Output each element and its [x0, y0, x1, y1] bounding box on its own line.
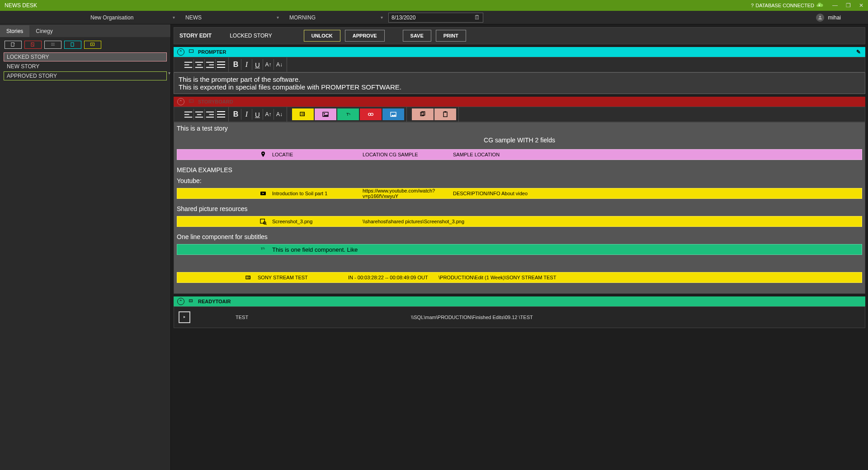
italic-button[interactable]: I — [241, 109, 252, 120]
collapse-icon[interactable]: ⌃ — [177, 298, 184, 305]
unlock-button[interactable]: UNLOCK — [304, 30, 340, 42]
story-item-approved[interactable]: APPROVED STORY — [4, 71, 167, 80]
tab-stories[interactable]: Stories — [0, 25, 29, 37]
program-dropdown[interactable]: MORNING▾ — [283, 11, 387, 24]
db-status-label: DATABASE CONNECTED — [755, 3, 814, 8]
insert-image-icon[interactable] — [315, 108, 336, 120]
pic-col1: Screenshot_3.png — [272, 219, 363, 224]
window-controls: — ❐ ✕ — [832, 2, 863, 9]
prompter-text-area[interactable]: This is the prompter part of the softwar… — [174, 72, 865, 94]
help-icon[interactable]: ? — [751, 3, 754, 8]
prompter-format-bar: B I U A↑ A↓ — [174, 57, 865, 72]
align-justify-icon[interactable] — [216, 59, 226, 70]
svg-point-49 — [263, 153, 264, 154]
picture-row[interactable]: Screenshot_3.png \\sharehost\shared pict… — [177, 216, 862, 227]
align-justify-icon[interactable] — [216, 109, 226, 120]
font-size-up-button[interactable]: A↑ — [263, 109, 274, 120]
collapse-icon[interactable]: ⌃ — [177, 48, 184, 56]
collapse-icon[interactable]: ⌃ — [177, 98, 184, 105]
youtube-row[interactable]: Introduction to Soil part 1 https://www.… — [177, 188, 862, 199]
cg-location-row[interactable]: LOCATIE LOCATION CG SAMPLE SAMPLE LOCATI… — [177, 149, 862, 160]
cg-col2: LOCATION CG SAMPLE — [363, 152, 453, 157]
media-examples-header: MEDIA EXAMPLES — [177, 162, 862, 175]
editor-story-name: LOCKED STORY — [230, 33, 272, 39]
prompter-story-icon[interactable] — [64, 41, 81, 49]
news-dropdown[interactable]: NEWS▾ — [179, 11, 283, 24]
bold-button[interactable]: B — [231, 59, 241, 70]
save-button[interactable]: SAVE — [403, 30, 431, 42]
storyboard-intro: This is a test story — [177, 124, 862, 133]
location-pin-icon — [177, 151, 272, 158]
storyboard-section-header[interactable]: ⌃ STORYBOARD — [174, 97, 865, 107]
align-right-icon[interactable] — [205, 109, 216, 120]
underline-button[interactable]: U — [252, 109, 263, 120]
yt-col1: Introduction to Soil part 1 — [272, 191, 363, 196]
insert-media-icon[interactable] — [382, 108, 404, 120]
calendar-icon[interactable]: 🗓 — [474, 14, 480, 21]
insert-text-icon[interactable]: T — [337, 108, 359, 120]
font-size-down-button[interactable]: A↓ — [274, 109, 285, 120]
delete-story-icon[interactable] — [24, 41, 42, 49]
sony-col3: \PRODUCTION\Edit (1 Week)\SONY STREAM TE… — [439, 275, 862, 280]
yt-col3: DESCRIPTION/INFO About video — [453, 191, 862, 196]
storyboard-content[interactable]: This is a test story CG sample WITH 2 fi… — [174, 122, 865, 294]
svg-line-53 — [265, 224, 266, 225]
prompter-label: PROMPTER — [198, 49, 226, 55]
underline-button[interactable]: U — [252, 59, 263, 70]
subtitle-label: One line component for subtitles — [177, 229, 862, 242]
org-dropdown[interactable]: New Organisation▾ — [0, 11, 179, 24]
svg-point-0 — [819, 16, 821, 18]
align-left-icon[interactable] — [183, 59, 194, 70]
align-center-icon[interactable] — [194, 109, 205, 120]
minimize-icon[interactable]: — — [832, 2, 838, 9]
app-title: NEWS DESK — [5, 2, 37, 9]
user-info[interactable]: mihai — [816, 13, 841, 23]
align-right-icon[interactable] — [205, 59, 216, 70]
prompter-section-header[interactable]: ⌃ PROMPTER ✎ — [174, 47, 865, 57]
insert-video-icon[interactable] — [292, 108, 314, 120]
shared-pic-label: Shared picture resources — [177, 201, 862, 214]
svg-point-42 — [368, 113, 371, 115]
story-item-locked[interactable]: LOCKED STORY — [4, 52, 167, 61]
readytoair-content[interactable]: TEST \\SQL\mam\PRODUCTION\Finished Edits… — [174, 306, 865, 328]
svg-point-40 — [324, 113, 325, 114]
svg-text:T: T — [346, 112, 349, 117]
align-left-icon[interactable] — [183, 109, 194, 120]
play-story-icon[interactable] — [84, 41, 101, 49]
chevron-down-icon[interactable]: ▾ — [168, 70, 170, 75]
story-list: LOCKED STORY NEW STORY APPROVED STORY — [0, 52, 170, 80]
print-button[interactable]: PRINT — [436, 30, 466, 42]
bold-button[interactable]: B — [231, 109, 241, 120]
font-size-down-button[interactable]: A↓ — [274, 59, 285, 70]
story-item-new[interactable]: NEW STORY — [4, 62, 167, 71]
tab-cinegy[interactable]: Cinegy — [29, 25, 59, 37]
avatar-icon — [816, 14, 824, 22]
paste-icon[interactable] — [434, 108, 456, 120]
close-icon[interactable]: ✕ — [859, 2, 863, 9]
monitor-play-icon — [179, 311, 190, 323]
font-size-up-button[interactable]: A↑ — [263, 59, 274, 70]
titlebar: NEWS DESK ? DATABASE CONNECTED — ❐ ✕ — [0, 0, 868, 11]
date-picker[interactable]: 8/13/2020 🗓 — [388, 13, 483, 23]
italic-button[interactable]: I — [241, 59, 252, 70]
sony-col1: SONY STREAM TEST — [258, 275, 348, 280]
align-center-icon[interactable] — [194, 59, 205, 70]
storyboard-label: STORYBOARD — [198, 99, 233, 104]
new-story-icon[interactable] — [5, 41, 22, 49]
caret-icon: ▾ — [381, 15, 383, 20]
yt-col2: https://www.youtube.com/watch?v=p166fVxw… — [363, 188, 453, 199]
readytoair-section-header[interactable]: ⌃ READYTOAIR — [174, 296, 865, 306]
svg-rect-48 — [444, 111, 446, 113]
subtitle-row[interactable]: T This is one field component. Like — [177, 244, 862, 255]
svg-point-59 — [190, 300, 192, 301]
approve-button[interactable]: APPROVE — [345, 30, 385, 42]
svg-rect-36 — [300, 112, 304, 116]
main-toolbar: New Organisation▾ NEWS▾ MORNING▾ 8/13/20… — [0, 11, 868, 24]
copy-icon[interactable] — [412, 108, 434, 120]
insert-link-icon[interactable] — [360, 108, 382, 120]
svg-point-43 — [371, 113, 373, 115]
pin-icon[interactable]: ✎ — [856, 49, 861, 55]
maximize-icon[interactable]: ❐ — [846, 2, 851, 9]
sony-stream-row[interactable]: SONY STREAM TEST IN - 00:03:28:22 -- 00:… — [177, 272, 862, 283]
list-story-icon[interactable] — [44, 41, 61, 49]
